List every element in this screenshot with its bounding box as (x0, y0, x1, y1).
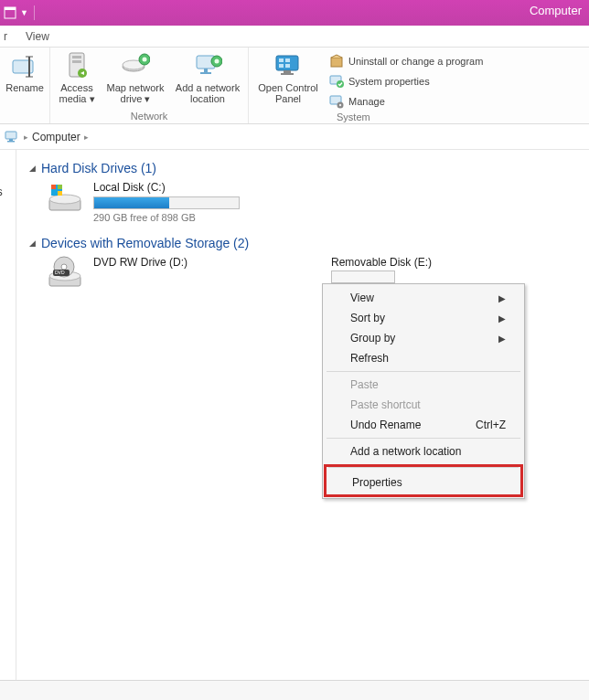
highlight-box: Properties (324, 464, 523, 497)
window-title: Computer (530, 4, 582, 17)
submenu-arrow-icon: ▶ (498, 334, 506, 344)
category-removable-label: Devices with Removable Storage (2) (41, 236, 249, 250)
breadcrumb-sep-2[interactable]: ▸ (84, 133, 89, 142)
svg-rect-3 (28, 57, 30, 77)
svg-text:DVD: DVD (55, 270, 65, 275)
window-titlebar: ▼ Computer (0, 0, 589, 26)
menu-properties[interactable]: Properties (327, 471, 520, 494)
svg-rect-30 (5, 132, 16, 139)
ribbon-tabs: r View (0, 26, 589, 48)
uninstall-label: Uninstall or change a program (348, 56, 483, 67)
rename-button[interactable]: Rename (5, 51, 44, 93)
ribbon-group-network: Access media ▾ Map network drive ▾ Add a… (50, 48, 249, 123)
menu-group-by[interactable]: Group by▶ (325, 328, 522, 348)
control-panel-icon (273, 51, 303, 80)
computer-check-icon (329, 74, 344, 89)
drive-network-icon (121, 51, 150, 80)
drive-e-usage-bar (331, 270, 395, 283)
svg-rect-14 (200, 72, 211, 74)
svg-rect-6 (72, 60, 81, 63)
computer-icon (4, 129, 20, 145)
context-menu: View▶ Sort by▶ Group by▶ Refresh Paste P… (322, 283, 525, 499)
category-hdd[interactable]: ◢ Hard Disk Drives (1) (29, 161, 582, 175)
svg-rect-24 (331, 58, 342, 67)
svg-rect-13 (204, 69, 208, 72)
map-network-label: Map network drive ▾ (107, 82, 165, 104)
menu-undo-rename[interactable]: Undo RenameCtrl+Z (325, 415, 522, 435)
uninstall-program-button[interactable]: Uninstall or change a program (329, 53, 483, 69)
submenu-arrow-icon: ▶ (498, 293, 506, 303)
add-network-label: Add a network location (176, 82, 240, 104)
menu-view[interactable]: View▶ (325, 288, 522, 308)
svg-rect-36 (51, 185, 56, 189)
svg-rect-32 (7, 141, 15, 143)
menu-separator (328, 467, 519, 468)
menu-separator (327, 371, 520, 372)
menu-add-network-location[interactable]: Add a network location (325, 441, 522, 461)
svg-rect-38 (51, 191, 56, 196)
drive-c-usage-bar (93, 196, 240, 209)
menu-separator (327, 438, 520, 439)
svg-rect-20 (279, 64, 284, 68)
tab-view[interactable]: View (16, 27, 59, 47)
dvd-drive-icon: DVD (46, 256, 84, 289)
open-control-panel-button[interactable]: Open Control Panel (254, 51, 322, 104)
network-location-icon (193, 51, 222, 80)
svg-rect-5 (72, 56, 81, 58)
manage-button[interactable]: Manage (329, 93, 483, 110)
ribbon: Rename Access media ▾ Map network drive … (0, 48, 589, 124)
map-network-drive-button[interactable]: Map network drive ▾ (103, 51, 167, 104)
ribbon-group-organize: Rename (0, 48, 50, 123)
svg-rect-37 (58, 191, 62, 196)
access-media-label: Access media ▾ (59, 82, 94, 104)
drive-c-free: 290 GB free of 898 GB (93, 212, 240, 223)
sysprops-label: System properties (348, 76, 430, 87)
breadcrumb-sep[interactable]: ▸ (24, 133, 28, 142)
svg-rect-17 (276, 56, 298, 70)
group-label-blank (23, 111, 26, 122)
drive-c-name: Local Disk (C:) (93, 181, 240, 194)
svg-rect-1 (5, 7, 16, 10)
computer-gear-icon (329, 94, 344, 109)
svg-rect-31 (9, 139, 13, 141)
collapse-icon[interactable]: ◢ (29, 164, 36, 173)
svg-rect-39 (58, 185, 62, 189)
menu-undo-accel: Ctrl+Z (476, 419, 506, 431)
access-media-button[interactable]: Access media ▾ (56, 51, 98, 104)
menu-refresh[interactable]: Refresh (325, 348, 522, 368)
group-label-network: Network (131, 111, 167, 122)
status-bar (0, 680, 589, 700)
open-cp-label: Open Control Panel (258, 82, 317, 104)
drive-local-c[interactable]: Local Disk (C:) 290 GB free of 898 GB (46, 181, 582, 223)
qat-split-icon (4, 6, 16, 19)
nav-item-fragment: es (0, 183, 3, 201)
drive-removable-e-name[interactable]: Removable Disk (E:) (331, 256, 432, 269)
category-removable[interactable]: ◢ Devices with Removable Storage (2) (29, 236, 582, 250)
svg-rect-19 (285, 58, 290, 62)
system-properties-button[interactable]: System properties (329, 73, 483, 90)
breadcrumb-computer[interactable]: Computer (32, 131, 80, 143)
quick-access-toolbar: ▼ (0, 5, 37, 20)
collapse-icon-2[interactable]: ◢ (29, 239, 36, 248)
qat-divider (34, 5, 35, 20)
group-label-system: System (337, 111, 370, 122)
rename-icon (10, 51, 39, 80)
menu-sort-by[interactable]: Sort by▶ (325, 308, 522, 328)
box-icon (329, 54, 344, 69)
drive-dvd-name: DVD RW Drive (D:) (93, 256, 187, 269)
server-icon (62, 51, 91, 80)
nav-pane[interactable]: es C:) Disk (E:) 2 nts 1 (0, 150, 16, 680)
hdd-icon (46, 181, 84, 214)
svg-rect-23 (281, 73, 294, 75)
svg-point-16 (215, 59, 220, 64)
rename-label: Rename (5, 82, 44, 93)
svg-rect-18 (279, 58, 284, 62)
add-network-location-button[interactable]: Add a network location (173, 51, 242, 104)
tab-computer-partial[interactable]: r (0, 27, 16, 47)
menu-paste-shortcut: Paste shortcut (325, 395, 522, 415)
svg-rect-21 (285, 64, 290, 68)
qat-dropdown-icon[interactable]: ▼ (20, 8, 28, 17)
category-hdd-label: Hard Disk Drives (1) (41, 161, 156, 175)
address-bar[interactable]: ▸ Computer ▸ (0, 124, 589, 150)
menu-paste: Paste (325, 375, 522, 395)
